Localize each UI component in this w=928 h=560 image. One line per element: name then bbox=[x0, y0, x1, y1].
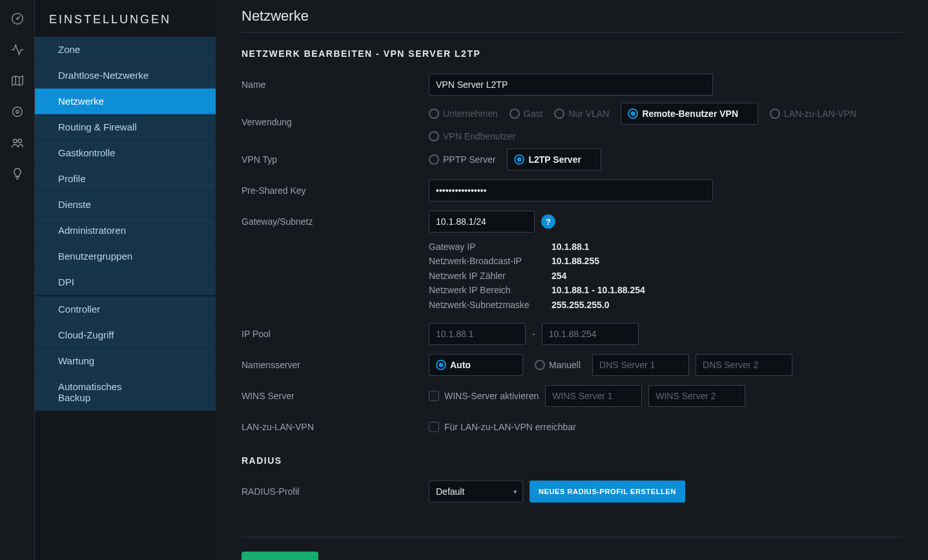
radio-icon bbox=[429, 131, 439, 141]
main-content: Netzwerke NETZWERK BEARBEITEN - VPN SERV… bbox=[216, 0, 928, 560]
sidebar-item-admins[interactable]: Administratoren bbox=[35, 218, 216, 244]
checkbox-icon bbox=[429, 422, 439, 432]
divider bbox=[242, 537, 902, 537]
ippool-dash: - bbox=[532, 329, 535, 339]
label-lan2lan: LAN-zu-LAN-VPN bbox=[242, 422, 429, 432]
wins2-input[interactable] bbox=[648, 385, 745, 407]
radio-label: Auto bbox=[450, 360, 471, 370]
radio-label: PPTP Server bbox=[443, 154, 495, 165]
sidebar-item-label: Routing & Firewall bbox=[58, 121, 137, 132]
activity-icon[interactable] bbox=[10, 43, 25, 57]
dns2-input[interactable] bbox=[696, 354, 792, 376]
sidebar-item-networks[interactable]: Netzwerke bbox=[35, 88, 216, 114]
create-radius-profile-button[interactable]: NEUES RADIUS-PROFIL ERSTELLEN bbox=[530, 481, 685, 503]
usage-radio-corp[interactable]: Unternehmen bbox=[429, 109, 498, 119]
sidebar-item-services[interactable]: Dienste bbox=[35, 192, 216, 218]
name-input[interactable] bbox=[429, 74, 713, 96]
dashboard-icon[interactable] bbox=[10, 12, 25, 26]
radio-icon bbox=[535, 360, 545, 370]
sidebar-item-autobackup[interactable]: Automatisches Backup bbox=[35, 374, 216, 411]
global-iconbar bbox=[0, 0, 35, 560]
bulb-icon[interactable] bbox=[10, 167, 25, 181]
sidebar-item-label: Profile bbox=[58, 173, 86, 184]
usage-radio-remote[interactable]: Remote-Benutzer VPN bbox=[621, 103, 758, 125]
psk-input[interactable] bbox=[429, 180, 713, 202]
sidebar-item-wireless[interactable]: Drahtlose-Netzwerke bbox=[35, 63, 216, 88]
divider bbox=[242, 32, 902, 33]
sidebar-item-profile[interactable]: Profile bbox=[35, 166, 216, 192]
sidebar-item-label: Benutzergruppen bbox=[58, 251, 132, 262]
radio-label: Manuell bbox=[549, 360, 581, 370]
settings-sidebar: EINSTELLUNGEN Zone Drahtlose-Netzwerke N… bbox=[35, 0, 216, 560]
info-label: Gateway IP bbox=[429, 240, 552, 254]
radio-label: LAN-zu-LAN-VPN bbox=[784, 109, 856, 119]
help-icon[interactable]: ? bbox=[541, 214, 555, 229]
sidebar-item-maintenance[interactable]: Wartung bbox=[35, 348, 216, 374]
target-icon[interactable] bbox=[10, 105, 25, 119]
radio-label: Gast bbox=[524, 109, 543, 119]
radio-icon bbox=[510, 109, 520, 119]
usage-radio-end[interactable]: VPN Endbenutzer bbox=[429, 131, 515, 141]
sidebar-item-dpi[interactable]: DPI bbox=[35, 269, 216, 295]
checkbox-label: WINS-Server aktivieren bbox=[444, 391, 539, 401]
radius-profile-select[interactable]: Default ▾ bbox=[429, 481, 523, 503]
sidebar-item-guest[interactable]: Gastkontrolle bbox=[35, 140, 216, 166]
label-radius-profile: RADIUS-Profil bbox=[242, 486, 429, 497]
sidebar-item-label: DPI bbox=[58, 276, 74, 287]
settings-nav: Zone Drahtlose-Netzwerke Netzwerke Routi… bbox=[35, 37, 216, 411]
save-button[interactable]: SPEICHERN bbox=[242, 552, 318, 560]
radio-label: Remote-Benutzer VPN bbox=[642, 109, 738, 119]
radio-icon bbox=[429, 154, 439, 165]
sidebar-item-label: Administratoren bbox=[58, 225, 126, 236]
radio-icon bbox=[770, 109, 780, 119]
radius-section-title: RADIUS bbox=[242, 455, 902, 466]
label-gateway: Gateway/Subnetz bbox=[242, 216, 429, 227]
info-label: Netzwerk-Subnetzmaske bbox=[429, 298, 552, 312]
nameserver-radio-auto[interactable]: Auto bbox=[429, 354, 523, 376]
vpntype-radio-l2tp[interactable]: L2TP Server bbox=[507, 149, 601, 171]
ippool-end-input[interactable] bbox=[542, 323, 639, 345]
sidebar-item-zone[interactable]: Zone bbox=[35, 37, 216, 63]
label-nameserver: Namensserver bbox=[242, 360, 429, 370]
checkbox-label: Für LAN-zu-LAN-VPN erreichbar bbox=[444, 422, 576, 432]
label-name: Name bbox=[242, 79, 429, 90]
sidebar-item-cloud[interactable]: Cloud-Zugriff bbox=[35, 322, 216, 348]
users-icon[interactable] bbox=[10, 136, 25, 150]
radio-label: VPN Endbenutzer bbox=[443, 131, 515, 141]
map-icon[interactable] bbox=[10, 74, 25, 88]
usage-radio-guest[interactable]: Gast bbox=[510, 109, 543, 119]
ippool-start-input[interactable] bbox=[429, 323, 526, 345]
lan2lan-checkbox[interactable]: Für LAN-zu-LAN-VPN erreichbar bbox=[429, 422, 576, 432]
radio-icon bbox=[628, 109, 638, 119]
radio-icon bbox=[436, 360, 446, 370]
gateway-input[interactable] bbox=[429, 211, 535, 233]
select-value: Default bbox=[436, 486, 464, 497]
usage-radio-vlan[interactable]: Nur VLAN bbox=[554, 109, 609, 119]
checkbox-icon bbox=[429, 391, 439, 401]
cancel-button[interactable]: ABBRECHEN bbox=[321, 552, 400, 560]
info-value: 255.255.255.0 bbox=[552, 298, 610, 312]
page-title: Netzwerke bbox=[242, 8, 902, 32]
sidebar-item-label: Gastkontrolle bbox=[58, 147, 115, 158]
sidebar-item-usergroups[interactable]: Benutzergruppen bbox=[35, 244, 216, 269]
svg-point-7 bbox=[15, 110, 18, 113]
label-psk: Pre-Shared Key bbox=[242, 185, 429, 196]
radio-icon bbox=[429, 109, 439, 119]
nameserver-radio-manual[interactable]: Manuell bbox=[535, 360, 581, 370]
svg-point-2 bbox=[16, 18, 17, 19]
info-value: 10.1.88.1 bbox=[552, 240, 589, 254]
sidebar-item-label: Netzwerke bbox=[58, 96, 104, 107]
label-wins: WINS Server bbox=[242, 391, 429, 401]
wins1-input[interactable] bbox=[545, 385, 642, 407]
chevron-down-icon: ▾ bbox=[513, 487, 517, 495]
sidebar-item-routing[interactable]: Routing & Firewall bbox=[35, 114, 216, 140]
sidebar-item-controller[interactable]: Controller bbox=[35, 295, 216, 322]
vpntype-radio-pptp[interactable]: PPTP Server bbox=[429, 154, 495, 165]
usage-radio-l2l[interactable]: LAN-zu-LAN-VPN bbox=[770, 109, 856, 119]
info-label: Netzwerk-Broadcast-IP bbox=[429, 254, 552, 268]
wins-enable-checkbox[interactable]: WINS-Server aktivieren bbox=[429, 391, 539, 401]
sidebar-item-label: Wartung bbox=[58, 355, 94, 366]
dns1-input[interactable] bbox=[592, 354, 689, 376]
sidebar-item-label: Automatisches Backup bbox=[58, 381, 121, 403]
sidebar-item-label: Zone bbox=[58, 44, 80, 55]
